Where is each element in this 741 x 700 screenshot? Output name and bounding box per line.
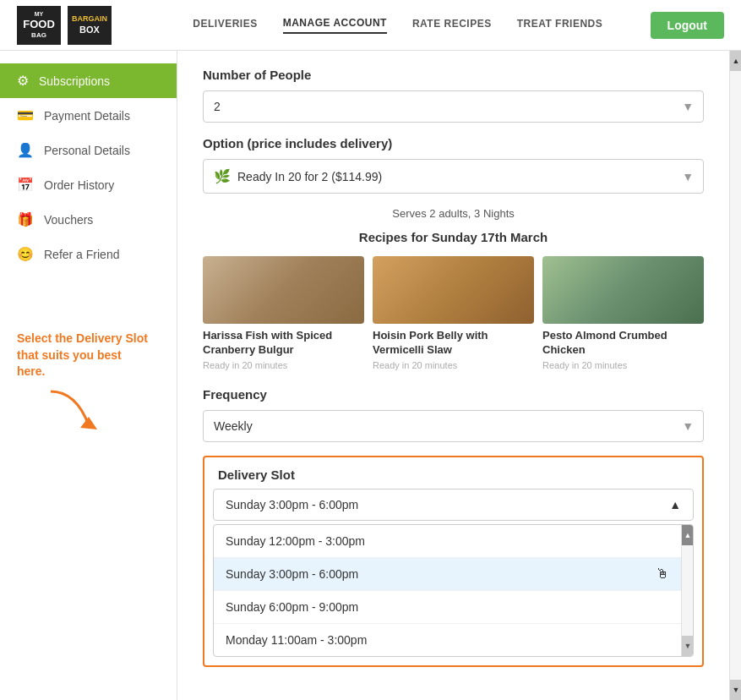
number-of-people-label: Number of People xyxy=(203,68,704,82)
cursor-pointer-icon: 🖱 xyxy=(656,566,669,582)
nav-treat-friends[interactable]: TREAT FRIENDS xyxy=(517,18,603,33)
frequency-label: Frequency xyxy=(203,387,704,402)
option-label: Option (price includes delivery) xyxy=(203,136,704,150)
option-wrapper: 🌿 Ready In 20 for 2 ($114.99) ▼ xyxy=(203,159,704,194)
myfoodbag-logo[interactable]: MY FOOD BAG xyxy=(17,6,61,45)
recipe-name-0: Harissa Fish with Spiced Cranberry Bulgu… xyxy=(203,329,364,358)
frequency-wrapper: Weekly Fortnightly ▼ xyxy=(203,410,704,442)
sidebar: ⚙ Subscriptions 💳 Payment Details 👤 Pers… xyxy=(0,51,177,700)
recipes-heading: Recipes for Sunday 17th March xyxy=(203,230,704,244)
sidebar-item-vouchers[interactable]: 🎁 Vouchers xyxy=(0,202,177,237)
logo-bargain-text: BARGAIN xyxy=(72,14,107,25)
slot-scroll-up-button[interactable]: ▲ xyxy=(682,525,694,545)
callout-area: Select the Delivery Slot that suits you … xyxy=(0,322,177,457)
sidebar-label-vouchers: Vouchers xyxy=(44,213,93,227)
option-select[interactable]: 🌿 Ready In 20 for 2 ($114.99) xyxy=(203,159,704,194)
logo-area: MY FOOD BAG BARGAIN BOX xyxy=(17,6,112,45)
sidebar-label-subscriptions: Subscriptions xyxy=(39,74,110,88)
nav-deliveries[interactable]: DELIVERIES xyxy=(193,18,257,33)
frequency-section: Frequency Weekly Fortnightly ▼ xyxy=(203,387,704,442)
sidebar-label-payment: Payment Details xyxy=(44,109,130,123)
main-content: Number of People 2 3 4 ▼ Option (price i… xyxy=(177,51,741,700)
recipe-card-2: Pesto Almond Crumbed Chicken Ready in 20… xyxy=(542,256,704,370)
person-icon: 👤 xyxy=(17,142,34,158)
slot-options-list: Sunday 12:00pm - 3:00pm Sunday 3:00pm - … xyxy=(214,525,681,656)
option-value: Ready In 20 for 2 ($114.99) xyxy=(237,170,382,183)
delivery-slot-up-icon: ▲ xyxy=(669,498,681,511)
delivery-slot-selected-text: Sunday 3:00pm - 6:00pm xyxy=(226,498,358,511)
sidebar-item-personal[interactable]: 👤 Personal Details xyxy=(0,133,177,167)
slot-scrollbar: ▲ ▼ xyxy=(681,525,693,656)
bargainbox-logo[interactable]: BARGAIN BOX xyxy=(68,6,112,45)
delivery-slot-label: Delivery Slot xyxy=(204,457,702,489)
page-scroll-down-button[interactable]: ▼ xyxy=(730,680,741,700)
slot-option-3-text: Monday 11:00am - 3:00pm xyxy=(226,633,367,647)
slot-option-2-text: Sunday 6:00pm - 9:00pm xyxy=(226,600,358,614)
page-scroll-up-button[interactable]: ▲ xyxy=(730,51,741,71)
slot-option-3[interactable]: Monday 11:00am - 3:00pm xyxy=(214,624,681,656)
page-scrollbar: ▲ ▼ xyxy=(729,51,741,700)
payment-icon: 💳 xyxy=(17,107,34,123)
page-scroll-track xyxy=(730,71,741,680)
leaf-icon: 🌿 xyxy=(214,168,231,184)
recipe-name-1: Hoisin Pork Belly with Vermicelli Slaw xyxy=(373,329,534,358)
sidebar-item-refer-friend[interactable]: 😊 Refer a Friend xyxy=(0,237,177,271)
logo-box-text: BOX xyxy=(79,24,100,36)
slot-dropdown: Sunday 12:00pm - 3:00pm Sunday 3:00pm - … xyxy=(213,524,694,657)
slot-option-0-text: Sunday 12:00pm - 3:00pm xyxy=(226,534,365,548)
main-nav: DELIVERIES MANAGE ACCOUNT RATE RECIPES T… xyxy=(145,17,651,34)
frequency-select[interactable]: Weekly Fortnightly xyxy=(203,410,704,442)
recipe-card-0: Harissa Fish with Spiced Cranberry Bulgu… xyxy=(203,256,364,370)
slot-option-1-text: Sunday 3:00pm - 6:00pm xyxy=(226,567,358,581)
nav-rate-recipes[interactable]: RATE RECIPES xyxy=(412,18,492,33)
recipe-name-2: Pesto Almond Crumbed Chicken xyxy=(542,329,704,358)
gear-icon: ⚙ xyxy=(17,73,29,89)
logo-my-text: MY xyxy=(35,11,44,18)
slot-scroll-track xyxy=(682,545,693,636)
recipe-image-harissa xyxy=(203,256,364,324)
callout-text: Select the Delivery Slot that suits you … xyxy=(17,331,152,380)
delivery-slot-section: Delivery Slot Sunday 3:00pm - 6:00pm ▲ S… xyxy=(203,456,704,667)
header: MY FOOD BAG BARGAIN BOX DELIVERIES MANAG… xyxy=(0,0,741,51)
logout-button[interactable]: Logout xyxy=(651,12,724,39)
callout-arrow-icon xyxy=(42,387,110,438)
calendar-icon: 📅 xyxy=(17,177,34,193)
nav-manage-account[interactable]: MANAGE ACCOUNT xyxy=(283,17,387,34)
sidebar-label-order-history: Order History xyxy=(44,178,114,192)
sidebar-item-subscriptions[interactable]: ⚙ Subscriptions xyxy=(0,63,177,98)
logo-food-text: FOOD xyxy=(23,18,55,31)
slot-option-1[interactable]: Sunday 3:00pm - 6:00pm 🖱 xyxy=(214,558,681,591)
recipe-time-1: Ready in 20 minutes xyxy=(373,360,534,370)
voucher-icon: 🎁 xyxy=(17,211,34,227)
sidebar-label-refer-friend: Refer a Friend xyxy=(44,248,119,261)
slot-option-2[interactable]: Sunday 6:00pm - 9:00pm xyxy=(214,591,681,624)
recipe-cards: Harissa Fish with Spiced Cranberry Bulgu… xyxy=(203,256,704,370)
svg-marker-0 xyxy=(80,417,97,429)
number-of-people-select[interactable]: 2 3 4 xyxy=(203,90,704,123)
recipe-image-hoisin xyxy=(373,256,534,324)
smile-icon: 😊 xyxy=(17,246,34,262)
sidebar-item-order-history[interactable]: 📅 Order History xyxy=(0,167,177,202)
recipe-time-2: Ready in 20 minutes xyxy=(542,360,704,370)
page-layout: ⚙ Subscriptions 💳 Payment Details 👤 Pers… xyxy=(0,51,741,700)
sidebar-item-payment[interactable]: 💳 Payment Details xyxy=(0,98,177,133)
sidebar-label-personal: Personal Details xyxy=(44,144,130,157)
delivery-slot-selected[interactable]: Sunday 3:00pm - 6:00pm ▲ xyxy=(213,489,694,521)
serves-text: Serves 2 adults, 3 Nights xyxy=(203,207,704,220)
recipe-card-1: Hoisin Pork Belly with Vermicelli Slaw R… xyxy=(373,256,534,370)
recipe-image-pesto xyxy=(542,256,704,324)
slot-option-0[interactable]: Sunday 12:00pm - 3:00pm xyxy=(214,525,681,558)
recipe-time-0: Ready in 20 minutes xyxy=(203,360,364,370)
logo-bag-text: BAG xyxy=(31,31,46,40)
number-of-people-wrapper: 2 3 4 ▼ xyxy=(203,90,704,123)
slot-scroll-down-button[interactable]: ▼ xyxy=(682,636,694,656)
